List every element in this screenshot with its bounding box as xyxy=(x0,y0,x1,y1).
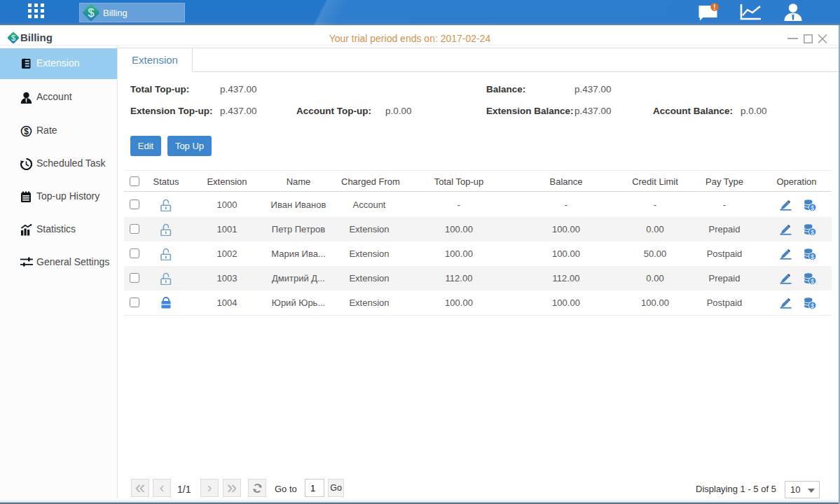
svg-text:$: $ xyxy=(88,7,95,19)
svg-text:$: $ xyxy=(811,278,814,285)
svg-text:$: $ xyxy=(811,302,814,309)
svg-text:$: $ xyxy=(811,253,814,260)
svg-text:$: $ xyxy=(811,229,814,236)
svg-text:$: $ xyxy=(811,204,814,211)
svg-text:$: $ xyxy=(24,127,29,136)
svg-text:!: ! xyxy=(713,4,715,11)
